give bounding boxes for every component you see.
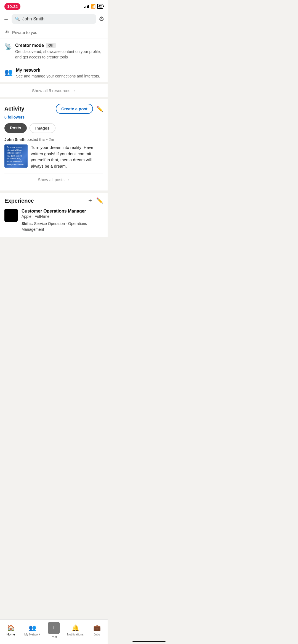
creator-description: Get discovered, showcase content on your… [15,49,103,60]
activity-section: Activity Create a post ✏️ 0 followers Po… [0,99,108,190]
followers-count[interactable]: 0 followers [4,115,103,119]
my-network-row[interactable]: 👥 My network See and manage your connect… [0,64,108,82]
network-content: My network See and manage your connectio… [16,68,100,78]
tab-posts[interactable]: Posts [4,123,27,133]
create-post-button[interactable]: Create a post [56,104,93,114]
experience-title: Experience [4,198,34,204]
battery-icon: 42 [97,4,103,9]
activity-title: Activity [4,106,24,112]
show-all-resources-button[interactable]: Show all 5 resources → [0,84,108,97]
creator-icon: 📡 [4,43,12,50]
post-thumbnail[interactable]: Turn your dreaminto reality! Havewritten… [4,144,28,168]
post-body: Turn your dream into reality! Have writt… [31,144,103,169]
creator-title: Creator mode [15,43,44,48]
company-name: Apple · Full-time [22,214,103,219]
status-icons: 📶 42 [84,4,103,9]
network-title: My network [16,68,100,73]
back-button[interactable]: ← [3,16,9,22]
experience-section: Experience + ✏️ Customer Operations Mana… [0,193,108,237]
creator-mode-row[interactable]: 📡 Creator mode Off Get discovered, showc… [0,39,108,64]
show-all-posts-label: Show all posts → [38,177,70,182]
experience-details: Customer Operations Manager Apple · Full… [22,209,103,232]
skills-text: Skills: Service Operation · Operations M… [22,221,103,232]
add-experience-button[interactable]: + [88,197,92,204]
experience-item: Customer Operations Manager Apple · Full… [4,209,103,232]
post-action: posted this • [26,137,49,142]
show-all-posts-button[interactable]: Show all posts → [4,173,103,186]
activity-edit-icon[interactable]: ✏️ [96,106,103,112]
show-all-resources-label: Show all 5 resources → [32,88,76,93]
post-meta: John Smith posted this • 2m [4,137,103,142]
activity-actions: Create a post ✏️ [56,104,103,114]
private-label: Private to you [12,30,38,35]
profile-options-section: 👁 Private to you 📡 Creator mode Off Get … [0,26,108,82]
eye-icon: 👁 [4,29,9,35]
network-icon: 👥 [4,68,13,76]
search-icon: 🔍 [15,17,20,22]
activity-tabs: Posts Images [4,123,103,133]
network-description: See and manage your connections and inte… [16,74,100,78]
signal-icon [84,4,89,8]
experience-header: Experience + ✏️ [4,197,103,204]
search-box[interactable]: 🔍 John Smith [12,14,96,24]
post-content: Turn your dreaminto reality! Havewritten… [4,144,103,169]
company-logo [4,209,18,222]
status-bar: 10:22 📶 42 [0,0,108,12]
status-time: 10:22 [4,3,20,10]
creator-off-badge: Off [46,43,56,48]
creator-title-row: Creator mode Off [15,43,103,48]
job-title: Customer Operations Manager [22,209,103,214]
wifi-icon: 📶 [91,4,95,9]
post-time: 2m [49,137,54,142]
post-thumb-text: Turn your dreaminto reality! Havewritten… [7,146,25,166]
skills-label: Skills: [22,221,33,226]
tab-images[interactable]: Images [30,123,55,133]
post-author: John Smith [4,137,25,142]
header: ← 🔍 John Smith ⚙ [0,12,108,26]
experience-actions: + ✏️ [88,197,103,204]
private-to-you-row: 👁 Private to you [0,26,108,39]
creator-content: Creator mode Off Get discovered, showcas… [15,43,103,60]
settings-button[interactable]: ⚙ [99,15,104,23]
activity-header: Activity Create a post ✏️ [4,104,103,114]
search-input: John Smith [22,17,44,22]
edit-experience-button[interactable]: ✏️ [96,197,103,204]
